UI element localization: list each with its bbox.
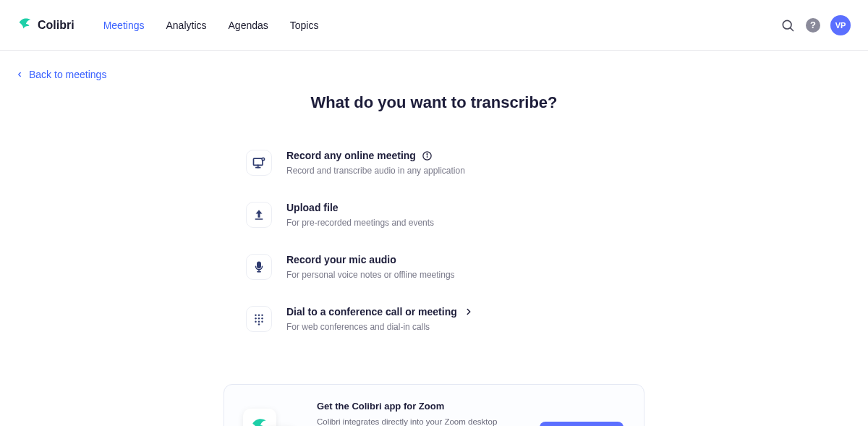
zoom-promo-card: zoom Get the Colibri app for Zoom Colibr…	[224, 384, 644, 426]
topbar: Colibri Meetings Analytics Agendas Topic…	[0, 0, 868, 51]
svg-point-9	[427, 153, 427, 154]
option-title: Dial to a conference call or meeting	[286, 306, 457, 318]
help-icon[interactable]: ?	[806, 18, 820, 33]
nav-meetings[interactable]: Meetings	[103, 20, 145, 31]
chevron-left-icon	[16, 69, 23, 80]
upload-icon	[246, 202, 272, 228]
option-body: Record any online meeting Record and tra…	[286, 150, 465, 176]
svg-point-18	[258, 318, 260, 319]
option-body: Dial to a conference call or meeting For…	[286, 306, 475, 332]
nav-analytics[interactable]: Analytics	[166, 20, 206, 31]
content: Back to meetings What do you want to tra…	[0, 51, 868, 426]
svg-point-17	[255, 318, 256, 319]
option-title: Record your mic audio	[286, 254, 455, 265]
option-title-row: Dial to a conference call or meeting	[286, 306, 475, 318]
svg-line-1	[791, 27, 793, 30]
colibri-logo-tile	[243, 409, 276, 426]
nav: Meetings Analytics Agendas Topics	[103, 20, 319, 31]
page-heading: What do you want to transcribe?	[13, 93, 855, 112]
nav-agendas[interactable]: Agendas	[229, 20, 268, 31]
logo[interactable]: Colibri	[17, 16, 75, 35]
option-title: Record any online meeting	[286, 150, 416, 161]
option-title-row: Record any online meeting	[286, 150, 465, 161]
svg-rect-10	[255, 218, 263, 220]
option-record-mic[interactable]: Record your mic audio For personal voice…	[246, 244, 622, 296]
option-upload-file[interactable]: Upload file For pre-recorded meetings an…	[246, 192, 622, 244]
promo-title: Get the Colibri app for Zoom	[317, 401, 519, 412]
option-body: Upload file For pre-recorded meetings an…	[286, 202, 434, 228]
option-record-online-meeting[interactable]: Record any online meeting Record and tra…	[246, 140, 622, 192]
back-to-meetings-link[interactable]: Back to meetings	[16, 69, 106, 80]
promo-body: Get the Colibri app for Zoom Colibri int…	[317, 401, 519, 426]
svg-point-16	[261, 315, 263, 316]
add-to-zoom-button[interactable]: Add to Zoom	[540, 422, 624, 426]
svg-rect-11	[258, 262, 261, 268]
topbar-right: ? VP	[780, 15, 851, 35]
svg-point-15	[258, 315, 260, 316]
nav-topics[interactable]: Topics	[290, 20, 319, 31]
logo-text: Colibri	[38, 19, 75, 32]
option-desc: Record and transcribe audio in any appli…	[286, 166, 465, 176]
colibri-bird-icon	[17, 16, 33, 35]
chevron-right-icon	[463, 306, 475, 318]
monitor-record-icon	[246, 150, 272, 176]
mic-icon	[246, 254, 272, 280]
svg-rect-2	[254, 158, 263, 165]
svg-point-22	[261, 321, 263, 323]
svg-point-20	[255, 321, 256, 323]
options-list: Record any online meeting Record and tra…	[246, 140, 622, 348]
svg-point-6	[263, 158, 264, 160]
svg-point-14	[255, 315, 256, 316]
svg-point-19	[261, 318, 263, 319]
promo-desc: Colibri integrates directly into your Zo…	[317, 416, 519, 426]
option-dial-conference[interactable]: Dial to a conference call or meeting For…	[246, 296, 622, 348]
svg-point-23	[258, 323, 260, 325]
option-title: Upload file	[286, 202, 434, 213]
promo-logos: zoom	[243, 409, 297, 426]
avatar[interactable]: VP	[830, 15, 851, 35]
option-body: Record your mic audio For personal voice…	[286, 254, 455, 280]
option-desc: For personal voice notes or offline meet…	[286, 270, 455, 280]
svg-point-21	[258, 321, 260, 323]
option-desc: For pre-recorded meetings and events	[286, 218, 434, 228]
info-icon[interactable]	[422, 150, 433, 161]
back-label: Back to meetings	[29, 69, 106, 80]
dialpad-icon	[246, 306, 272, 332]
option-desc: For web conferences and dial-in calls	[286, 322, 475, 332]
search-icon[interactable]	[780, 17, 796, 33]
